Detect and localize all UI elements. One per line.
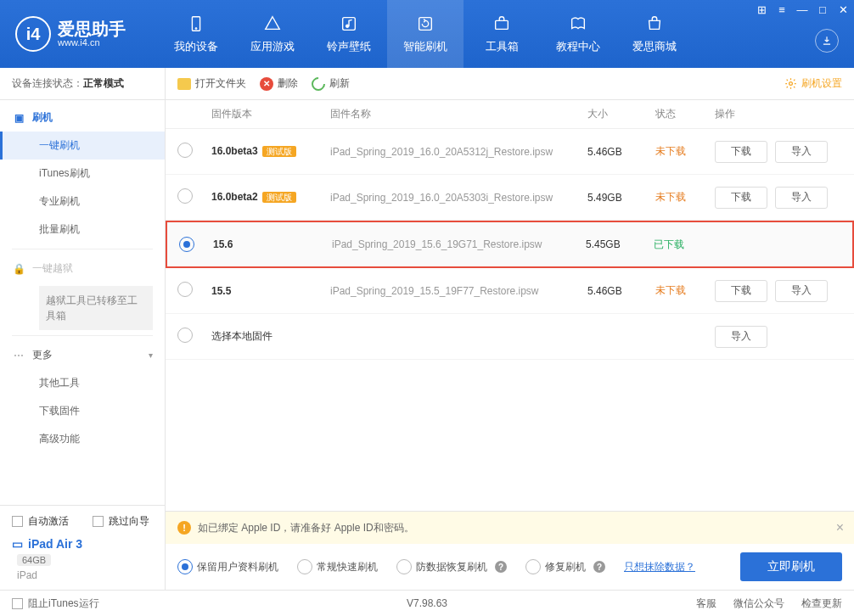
delete-icon: ✕: [260, 77, 273, 91]
sync-button[interactable]: [815, 29, 839, 53]
svg-rect-5: [496, 20, 508, 29]
row-radio[interactable]: [177, 282, 193, 297]
firmware-row[interactable]: 15.5 iPad_Spring_2019_15.5_19F77_Restore…: [166, 268, 854, 314]
fw-ops: 下载 导入: [715, 141, 842, 163]
local-fw-label: 选择本地固件: [211, 329, 330, 344]
folder-icon: [177, 78, 191, 90]
opt-normal[interactable]: 常规快速刷机: [297, 559, 378, 574]
sidebar-item-batch-flash[interactable]: 批量刷机: [0, 216, 165, 244]
music-icon: [339, 14, 359, 34]
footer-wechat[interactable]: 微信公众号: [733, 596, 784, 611]
nav-ringtones[interactable]: 铃声壁纸: [311, 0, 387, 68]
warning-close-button[interactable]: ×: [836, 520, 844, 535]
info-icon[interactable]: ?: [593, 561, 605, 573]
sidebar-item-download-fw[interactable]: 下载固件: [0, 397, 165, 425]
open-folder-button[interactable]: 打开文件夹: [177, 76, 246, 91]
nav-apps[interactable]: 应用游戏: [234, 0, 311, 68]
toolbar: 打开文件夹 ✕ 删除 刷新 刷机设置: [166, 68, 854, 100]
apps-icon: [262, 14, 283, 34]
group-more[interactable]: ⋯ 更多 ▾: [0, 341, 165, 369]
import-button[interactable]: 导入: [775, 141, 828, 163]
fw-status: 未下载: [655, 190, 715, 204]
win-close-icon[interactable]: ✕: [837, 3, 849, 16]
block-itunes-checkbox[interactable]: [12, 598, 23, 609]
win-menu-icon[interactable]: ≡: [776, 3, 788, 16]
row-radio[interactable]: [177, 143, 193, 158]
group-flash[interactable]: ▣ 刷机: [0, 104, 165, 132]
row-radio[interactable]: [179, 237, 194, 252]
nav-store[interactable]: 爱思商城: [616, 0, 693, 68]
nav-tutorials[interactable]: 教程中心: [540, 0, 616, 68]
fw-version: 15.6: [213, 238, 332, 250]
svg-point-6: [789, 82, 793, 86]
device-icon: [186, 14, 206, 34]
import-button[interactable]: 导入: [715, 326, 767, 348]
device-type: iPad: [12, 569, 153, 581]
app-logo: i4 爱思助手 www.i4.cn: [0, 16, 141, 52]
download-button[interactable]: 下载: [715, 280, 767, 302]
import-button[interactable]: 导入: [775, 187, 828, 209]
firmware-row[interactable]: 16.0beta3测试版 iPad_Spring_2019_16.0_20A53…: [166, 129, 854, 175]
sidebar-item-other-tools[interactable]: 其他工具: [0, 369, 165, 397]
opt-antirecover[interactable]: 防数据恢复刷机?: [396, 559, 507, 574]
nav-my-device[interactable]: 我的设备: [158, 0, 234, 68]
erase-only-link[interactable]: 只想抹除数据？: [624, 560, 695, 574]
warning-bar: ! 如已绑定 Apple ID，请准备好 Apple ID和密码。 ×: [166, 512, 854, 544]
sidebar-item-itunes-flash[interactable]: iTunes刷机: [0, 160, 165, 188]
win-maximize-icon[interactable]: □: [817, 3, 829, 16]
group-jailbreak[interactable]: 🔒 一键越狱: [0, 255, 165, 283]
chevron-down-icon: ▾: [149, 350, 153, 360]
sidebar-item-pro-flash[interactable]: 专业刷机: [0, 188, 165, 216]
firmware-list: 16.0beta3测试版 iPad_Spring_2019_16.0_20A53…: [166, 129, 854, 360]
flash-options: 保留用户资料刷机 常规快速刷机 防数据恢复刷机? 修复刷机? 只想抹除数据？ 立…: [166, 544, 854, 590]
fw-size: 5.45GB: [586, 238, 654, 250]
firmware-row[interactable]: 15.6 iPad_Spring_2019_15.6_19G71_Restore…: [166, 221, 854, 268]
nav-toolbox[interactable]: 工具箱: [464, 0, 540, 68]
fw-status: 未下载: [655, 144, 715, 159]
flash-group-icon: ▣: [12, 111, 25, 125]
fw-filename: iPad_Spring_2019_16.0_20A5312j_Restore.i…: [330, 146, 587, 158]
auto-activate-checkbox[interactable]: [12, 516, 23, 527]
local-firmware-row[interactable]: 选择本地固件 导入: [166, 314, 854, 360]
nav-flash[interactable]: 智能刷机: [387, 0, 464, 68]
flash-now-button[interactable]: 立即刷机: [740, 552, 842, 581]
fw-filename: iPad_Spring_2019_15.6_19G71_Restore.ipsw: [332, 238, 586, 250]
beta-tag: 测试版: [262, 146, 296, 157]
toolbox-icon: [492, 14, 512, 34]
store-icon: [644, 14, 665, 34]
footer-update[interactable]: 检查更新: [801, 596, 842, 611]
jailbreak-note: 越狱工具已转移至工具箱: [39, 286, 153, 330]
delete-button[interactable]: ✕ 删除: [260, 76, 298, 91]
app-footer: 阻止iTunes运行 V7.98.63 客服 微信公众号 检查更新: [0, 590, 854, 616]
fw-filename: iPad_Spring_2019_16.0_20A5303i_Restore.i…: [330, 192, 587, 204]
info-icon[interactable]: ?: [495, 561, 507, 573]
app-name: 爱思助手: [58, 20, 126, 37]
flash-settings-button[interactable]: 刷机设置: [784, 76, 842, 91]
refresh-button[interactable]: 刷新: [312, 76, 350, 91]
download-button[interactable]: 下载: [715, 141, 767, 163]
opt-repair[interactable]: 修复刷机?: [525, 559, 605, 574]
fw-size: 5.46GB: [587, 285, 655, 297]
book-icon: [568, 14, 588, 34]
opt-keep-data[interactable]: 保留用户资料刷机: [177, 559, 278, 574]
import-button[interactable]: 导入: [775, 280, 828, 302]
win-minimize-icon[interactable]: —: [796, 3, 808, 16]
sidebar-item-oneclick-flash[interactable]: 一键刷机: [0, 132, 165, 160]
fw-status: 未下载: [655, 283, 715, 298]
device-info[interactable]: ▭ iPad Air 3: [12, 537, 153, 551]
win-gift-icon[interactable]: ⊞: [756, 3, 767, 16]
fw-ops: 下载 导入: [715, 187, 842, 209]
row-radio[interactable]: [177, 188, 193, 204]
download-button[interactable]: 下载: [715, 187, 767, 209]
footer-support[interactable]: 客服: [696, 596, 716, 611]
fw-version: 16.0beta3测试版: [211, 145, 330, 158]
sidebar-item-advanced[interactable]: 高级功能: [0, 425, 165, 453]
row-radio[interactable]: [177, 328, 193, 343]
main-nav: 我的设备 应用游戏 铃声壁纸 智能刷机 工具箱 教程中心 爱思商城: [158, 0, 693, 68]
firmware-row[interactable]: 16.0beta2测试版 iPad_Spring_2019_16.0_20A53…: [166, 175, 854, 221]
tablet-icon: ▭: [12, 537, 23, 551]
content-area: 打开文件夹 ✕ 删除 刷新 刷机设置 固件版本 固件名称 大小 状态 操作: [166, 68, 854, 590]
fw-status: 已下载: [654, 238, 713, 252]
fw-version: 15.5: [211, 285, 330, 297]
skip-guide-checkbox[interactable]: [93, 516, 104, 527]
